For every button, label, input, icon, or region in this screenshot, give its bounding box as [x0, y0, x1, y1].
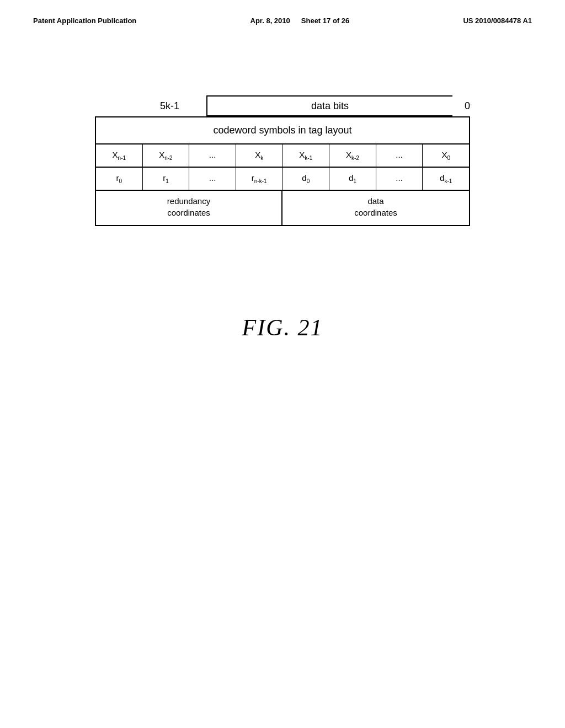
labels-row: redundancycoordinates datacoordinates [95, 191, 470, 226]
cell-xn1: Xn-1 [96, 144, 143, 167]
header-sheet: Sheet 17 of 26 [301, 17, 349, 25]
header-publication: Patent Application Publication [33, 17, 136, 25]
cell-xk: Xk [236, 144, 283, 167]
header-patent: US 2010/0084478 A1 [463, 17, 532, 25]
codeword-row: codeword symbols in tag layout [95, 116, 470, 143]
x-symbols-row: Xn-1 Xn-2 ... Xk Xk-1 Xk-2 ... X0 [95, 143, 470, 167]
main-content: 5k-1 data bits 0 codeword symbols in tag… [0, 25, 565, 341]
cell-d1: d1 [329, 168, 376, 190]
cell-xk1: Xk-1 [283, 144, 330, 167]
rd-symbols-row: r0 r1 ... rn-k-1 d0 d1 ... dk-1 [95, 167, 470, 191]
cell-x0: X0 [423, 144, 469, 167]
header-meta: Apr. 8, 2010 Sheet 17 of 26 [250, 17, 350, 25]
header-date: Apr. 8, 2010 [250, 17, 290, 25]
cell-dk1: dk-1 [423, 168, 469, 190]
cell-dots1: ... [189, 144, 236, 167]
redundancy-coordinates-label: redundancycoordinates [96, 191, 282, 225]
label-zero: 0 [465, 100, 470, 112]
cell-r1: r1 [143, 168, 190, 190]
cell-dots4: ... [376, 168, 423, 190]
cell-dots2: ... [376, 144, 423, 167]
cell-d0: d0 [283, 168, 330, 190]
cell-xk2: Xk-2 [329, 144, 376, 167]
codeword-label: codeword symbols in tag layout [213, 125, 351, 136]
data-coordinates-label: datacoordinates [282, 191, 469, 225]
cell-xn2: Xn-2 [143, 144, 190, 167]
cell-dots3: ... [189, 168, 236, 190]
cell-r0: r0 [96, 168, 143, 190]
data-bits-box: data bits [206, 95, 452, 116]
label-5k-minus-1: 5k-1 [160, 100, 179, 112]
page-header: Patent Application Publication Apr. 8, 2… [0, 0, 565, 25]
cell-rnk1: rn-k-1 [236, 168, 283, 190]
figure-label: FIG. 21 [242, 314, 323, 341]
data-bits-label: data bits [311, 100, 349, 112]
